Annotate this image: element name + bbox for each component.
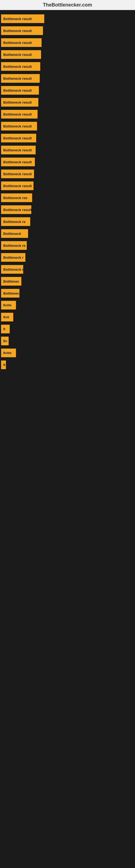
bar-row: Bott — [0, 311, 135, 323]
bottleneck-bar[interactable]: Bottleneck result — [1, 169, 34, 178]
bar-row: Bottleneck result — [0, 168, 135, 180]
bar-row: Bottleneck — [0, 227, 135, 240]
bottleneck-bar[interactable]: Bottleneck — [1, 229, 28, 238]
bottleneck-bar[interactable]: Bott — [1, 313, 13, 321]
bar-row: Bottleneck result — [0, 180, 135, 192]
bottleneck-bar[interactable]: B — [1, 325, 10, 333]
bar-row: Bottleneck result — [0, 120, 135, 132]
bars-container: Bottleneck resultBottleneck resultBottle… — [0, 10, 135, 418]
bar-row: Bottle — [0, 347, 135, 359]
bottleneck-bar[interactable]: Bottleneck result — [1, 62, 40, 71]
bottleneck-bar[interactable]: Bottleneck resu — [1, 265, 23, 274]
bar-row: Bottleneck r — [0, 287, 135, 299]
bar-row: Bottle — [0, 299, 135, 311]
bar-row: Bottleneck result — [0, 37, 135, 49]
bottleneck-bar[interactable]: Bottleneck r — [1, 289, 19, 298]
bottleneck-bar[interactable]: B — [1, 361, 6, 369]
bottleneck-bar[interactable]: Bottleneck result — [1, 38, 42, 47]
empty-row — [0, 407, 135, 418]
site-title: TheBottlenecker.com — [0, 0, 135, 10]
bar-row: Bottleneck result — [0, 49, 135, 61]
bottleneck-bar[interactable]: Bottleneck result — [1, 182, 34, 190]
bottleneck-bar[interactable]: Bottleneck result — [1, 158, 35, 166]
bar-row: Bo — [0, 335, 135, 347]
bottleneck-bar[interactable]: Bottleneck result — [1, 98, 38, 106]
bottleneck-bar[interactable]: Bottle — [1, 348, 16, 357]
bar-row: B — [0, 359, 135, 371]
bar-row: B — [0, 323, 135, 335]
bar-row: Bottleneck result — [0, 204, 135, 216]
bottleneck-bar[interactable]: Bottleneck re — [1, 217, 30, 226]
bottleneck-bar[interactable]: Bottleneck re — [1, 241, 27, 250]
bottleneck-bar[interactable]: Bottleneck result — [1, 122, 37, 130]
bottleneck-bar[interactable]: Bottleneck result — [1, 110, 38, 119]
bar-row: Bottleneck result — [0, 96, 135, 108]
bottleneck-bar[interactable]: Bottleneck result — [1, 26, 43, 35]
bar-row: Bottleneck result — [0, 72, 135, 84]
bottleneck-bar[interactable]: Bottlenec — [1, 277, 21, 286]
bar-row: Bottleneck re — [0, 216, 135, 227]
bar-row: Bottleneck result — [0, 144, 135, 156]
bottleneck-bar[interactable]: Bottleneck result — [1, 205, 31, 214]
bottleneck-bar[interactable]: Bo — [1, 337, 9, 345]
bottleneck-bar[interactable]: Bottleneck res — [1, 193, 32, 202]
bottleneck-bar[interactable]: Bottleneck result — [1, 134, 36, 143]
empty-row — [0, 383, 135, 395]
empty-row — [0, 395, 135, 407]
bar-row: Bottleneck result — [0, 13, 135, 25]
bar-row: Bottleneck result — [0, 84, 135, 96]
bottleneck-bar[interactable]: Bottleneck result — [1, 74, 40, 83]
bar-row: Bottlenec — [0, 275, 135, 287]
bar-row: Bottleneck result — [0, 25, 135, 37]
bottleneck-bar[interactable]: Bottleneck result — [1, 86, 39, 95]
bar-row: Bottleneck result — [0, 132, 135, 144]
bar-row: Bottleneck r — [0, 251, 135, 264]
bottleneck-bar[interactable]: Bottleneck result — [1, 146, 36, 154]
bar-row: Bottleneck resu — [0, 264, 135, 275]
bottleneck-bar[interactable]: Bottleneck result — [1, 50, 41, 59]
bottleneck-bar[interactable]: Bottle — [1, 301, 16, 310]
empty-row — [0, 371, 135, 383]
bar-row: Bottleneck res — [0, 192, 135, 204]
bar-row: Bottleneck result — [0, 108, 135, 120]
bottleneck-bar[interactable]: Bottleneck r — [1, 253, 26, 262]
bar-row: Bottleneck re — [0, 240, 135, 251]
bar-row: Bottleneck result — [0, 61, 135, 72]
bottleneck-bar[interactable]: Bottleneck result — [1, 14, 44, 23]
bar-row: Bottleneck result — [0, 156, 135, 168]
